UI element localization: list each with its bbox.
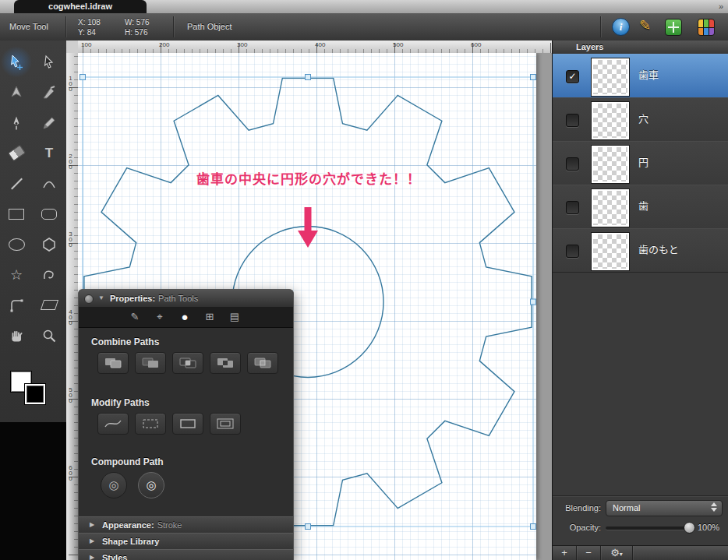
remove-layer-button[interactable]: − — [577, 546, 601, 560]
ruler-label: 400 — [315, 41, 325, 48]
expand-icon[interactable]: ▶ — [90, 534, 94, 549]
layer-name: 穴 — [638, 97, 648, 141]
pen-tool-icon[interactable] — [0, 107, 33, 138]
smooth-path-button[interactable] — [97, 413, 129, 435]
rectangle-tool-icon[interactable] — [0, 199, 33, 229]
ruler-corner — [66, 41, 79, 54]
layer-visibility-checkbox[interactable] — [566, 114, 579, 127]
blending-dropdown[interactable]: Normal — [606, 500, 723, 516]
polygon-tool-icon[interactable] — [33, 229, 65, 259]
tab-anchor-icon[interactable]: ⌖ — [148, 307, 171, 327]
text-tool-icon[interactable]: T — [33, 138, 65, 168]
annotation-text: 歯車の中央に円形の穴ができた！！ — [196, 168, 421, 188]
window-titlebar: cogwheel.idraw » — [0, 0, 728, 14]
tab-document-icon[interactable]: ▤ — [223, 307, 246, 327]
properties-panel: ▼ Properties:Path Tools ✎ ⌖ ● ⊞ ▤ Combin… — [78, 289, 294, 560]
corner-edit-tool-icon[interactable] — [0, 290, 33, 320]
layer-settings-button[interactable]: ⚙▾ — [601, 546, 633, 560]
outline-path-button[interactable] — [172, 413, 203, 435]
layer-row-circle[interactable]: 円 — [553, 141, 728, 185]
hand-tool-icon[interactable] — [0, 320, 33, 350]
tab-shape-icon[interactable]: ● — [173, 307, 196, 327]
layer-name: 円 — [638, 141, 648, 185]
properties-header[interactable]: ▼ Properties:Path Tools — [79, 290, 293, 308]
layers-panel: Layers ✓ 歯車 穴 円 歯 歯のもと Blending: Normal … — [552, 41, 728, 560]
appearance-section-row[interactable]: ▶ Appearance:Stroke — [79, 516, 293, 534]
blending-value: Normal — [613, 503, 640, 512]
toolbar-separator — [600, 16, 601, 37]
layer-thumbnail[interactable] — [592, 58, 629, 96]
select-arrow-icon[interactable] — [33, 47, 65, 77]
menu-arrow-icon: ▾ — [620, 551, 623, 558]
palette-footer — [0, 422, 66, 560]
release-compound-button[interactable]: ◎ — [138, 472, 164, 498]
shape-library-section-row[interactable]: ▶ Shape Library — [79, 533, 293, 550]
layer-row-gear-base[interactable]: 歯のもと — [553, 228, 728, 273]
layer-thumbnail[interactable] — [592, 102, 629, 139]
layer-row-tooth[interactable]: 歯 — [553, 185, 728, 229]
window-title: cogwheel.idraw — [48, 2, 112, 11]
layer-row-hole[interactable]: 穴 — [553, 97, 728, 142]
compound-path-label: Compound Path — [91, 456, 164, 467]
move-tool-button[interactable]: Move Tool — [9, 13, 48, 41]
expand-icon[interactable]: ▶ — [90, 550, 94, 560]
swirl-tool-icon[interactable] — [33, 259, 65, 290]
opacity-slider-knob[interactable] — [684, 522, 695, 534]
ruler-label: 300 — [67, 231, 74, 247]
colors-palette-icon[interactable] — [698, 19, 715, 36]
fill-color-well[interactable] — [24, 383, 46, 405]
close-icon[interactable] — [84, 294, 94, 304]
subtract-button[interactable] — [135, 352, 166, 374]
tab-grid-icon[interactable]: ⊞ — [198, 307, 221, 327]
divide-button[interactable] — [247, 352, 278, 374]
layer-visibility-checkbox[interactable] — [566, 157, 579, 171]
toolbar-separator — [65, 16, 66, 37]
eraser-tool-icon[interactable] — [0, 138, 33, 168]
flatten-path-button[interactable] — [135, 413, 166, 435]
layer-thumbnail[interactable] — [592, 189, 629, 227]
layer-row-gear[interactable]: ✓ 歯車 — [553, 54, 728, 98]
panel-divider — [553, 495, 728, 496]
knife-tool-icon[interactable] — [33, 77, 65, 107]
info-icon[interactable]: i — [612, 18, 630, 36]
star-tool-icon[interactable]: ☆ — [0, 259, 33, 290]
line-tool-icon[interactable] — [0, 168, 33, 199]
opacity-slider[interactable] — [606, 527, 688, 530]
layer-visibility-checkbox[interactable] — [566, 245, 579, 258]
layer-visibility-checkbox[interactable] — [566, 201, 579, 214]
ruler-label: 200 — [67, 153, 74, 169]
make-compound-button[interactable]: ◎ — [101, 472, 127, 498]
unite-button[interactable] — [97, 352, 129, 374]
grid-icon[interactable] — [665, 19, 682, 36]
overflow-icon[interactable]: » — [719, 1, 723, 12]
pencil-tool-icon[interactable] — [33, 107, 65, 138]
ellipse-tool-icon[interactable] — [0, 229, 33, 259]
layers-footer: + − ⚙▾ — [553, 545, 728, 560]
expand-icon[interactable]: ▶ — [90, 517, 94, 533]
layer-name: 歯のもと — [638, 228, 679, 272]
pencil-icon[interactable]: ✎ — [639, 17, 651, 34]
layers-header: Layers — [553, 41, 728, 55]
move-tool-icon[interactable] — [0, 47, 33, 77]
inset-path-button[interactable] — [210, 413, 241, 435]
toolbar-separator — [173, 16, 174, 37]
collapse-icon[interactable]: ▼ — [98, 294, 104, 303]
layer-visibility-checkbox[interactable]: ✓ — [566, 70, 579, 83]
layer-name: 歯車 — [638, 54, 659, 97]
styles-section-row[interactable]: ▶ Styles — [79, 549, 293, 560]
ruler-label: 400 — [67, 308, 74, 325]
tab-pencil-icon[interactable]: ✎ — [123, 307, 147, 327]
rounded-rect-tool-icon[interactable] — [33, 199, 65, 229]
ruler-label: 100 — [67, 75, 74, 91]
zoom-tool-icon[interactable] — [33, 320, 65, 350]
arc-tool-icon[interactable] — [33, 168, 65, 199]
parallelogram-tool-icon[interactable] — [33, 290, 65, 320]
document-tab[interactable]: cogwheel.idraw — [14, 0, 147, 13]
layer-thumbnail[interactable] — [592, 233, 629, 270]
add-layer-button[interactable]: + — [553, 546, 577, 560]
direct-select-icon[interactable] — [0, 77, 33, 107]
exclude-button[interactable] — [210, 352, 241, 374]
ruler-label: 200 — [159, 41, 169, 48]
layer-thumbnail[interactable] — [592, 146, 629, 183]
intersect-button[interactable] — [172, 352, 203, 374]
